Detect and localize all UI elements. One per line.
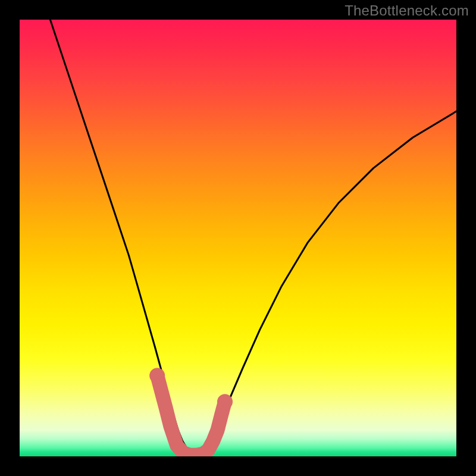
bottleneck-curve (50, 20, 456, 452)
curve-layer (20, 20, 456, 456)
trough-markers (157, 375, 225, 455)
plot-area (20, 20, 456, 456)
watermark-text: TheBottleneck.com (345, 2, 469, 19)
trough-marker-dot (217, 394, 233, 409)
trough-marker-dot (149, 368, 165, 383)
chart-frame: TheBottleneck.com (0, 0, 476, 476)
